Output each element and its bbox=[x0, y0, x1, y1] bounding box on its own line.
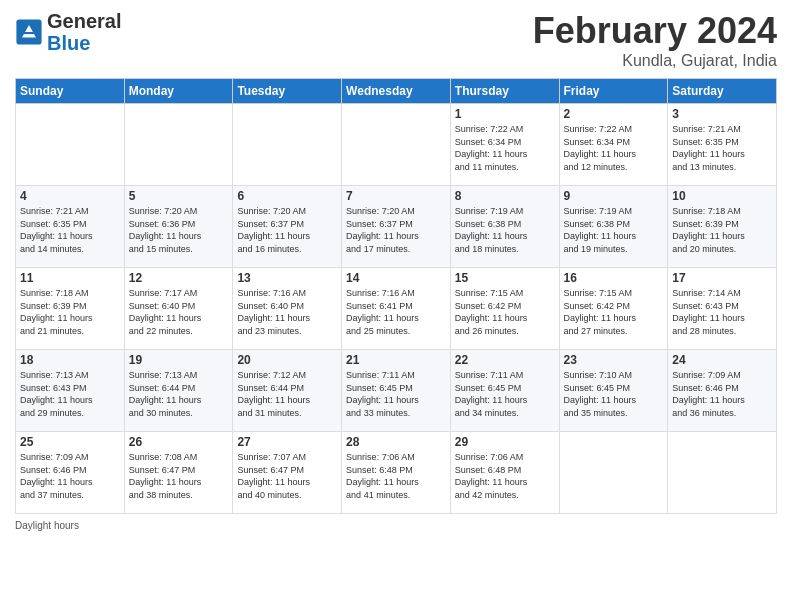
calendar-cell: 13Sunrise: 7:16 AM Sunset: 6:40 PM Dayli… bbox=[233, 268, 342, 350]
day-number: 10 bbox=[672, 189, 772, 203]
day-info: Sunrise: 7:09 AM Sunset: 6:46 PM Dayligh… bbox=[672, 369, 772, 419]
weekday-header-sunday: Sunday bbox=[16, 79, 125, 104]
day-info: Sunrise: 7:09 AM Sunset: 6:46 PM Dayligh… bbox=[20, 451, 120, 501]
calendar-cell: 3Sunrise: 7:21 AM Sunset: 6:35 PM Daylig… bbox=[668, 104, 777, 186]
day-info: Sunrise: 7:15 AM Sunset: 6:42 PM Dayligh… bbox=[564, 287, 664, 337]
calendar-cell: 11Sunrise: 7:18 AM Sunset: 6:39 PM Dayli… bbox=[16, 268, 125, 350]
calendar-cell: 14Sunrise: 7:16 AM Sunset: 6:41 PM Dayli… bbox=[342, 268, 451, 350]
day-info: Sunrise: 7:12 AM Sunset: 6:44 PM Dayligh… bbox=[237, 369, 337, 419]
weekday-header-row: SundayMondayTuesdayWednesdayThursdayFrid… bbox=[16, 79, 777, 104]
calendar-cell: 16Sunrise: 7:15 AM Sunset: 6:42 PM Dayli… bbox=[559, 268, 668, 350]
day-number: 4 bbox=[20, 189, 120, 203]
day-number: 29 bbox=[455, 435, 555, 449]
day-number: 27 bbox=[237, 435, 337, 449]
day-number: 3 bbox=[672, 107, 772, 121]
day-number: 9 bbox=[564, 189, 664, 203]
day-number: 8 bbox=[455, 189, 555, 203]
day-info: Sunrise: 7:20 AM Sunset: 6:37 PM Dayligh… bbox=[346, 205, 446, 255]
weekday-header-tuesday: Tuesday bbox=[233, 79, 342, 104]
calendar-cell: 20Sunrise: 7:12 AM Sunset: 6:44 PM Dayli… bbox=[233, 350, 342, 432]
day-info: Sunrise: 7:22 AM Sunset: 6:34 PM Dayligh… bbox=[564, 123, 664, 173]
calendar-week-row: 25Sunrise: 7:09 AM Sunset: 6:46 PM Dayli… bbox=[16, 432, 777, 514]
day-number: 15 bbox=[455, 271, 555, 285]
calendar-week-row: 4Sunrise: 7:21 AM Sunset: 6:35 PM Daylig… bbox=[16, 186, 777, 268]
day-info: Sunrise: 7:07 AM Sunset: 6:47 PM Dayligh… bbox=[237, 451, 337, 501]
calendar-cell: 23Sunrise: 7:10 AM Sunset: 6:45 PM Dayli… bbox=[559, 350, 668, 432]
calendar-cell: 29Sunrise: 7:06 AM Sunset: 6:48 PM Dayli… bbox=[450, 432, 559, 514]
day-number: 11 bbox=[20, 271, 120, 285]
logo: General Blue bbox=[15, 10, 121, 54]
day-number: 23 bbox=[564, 353, 664, 367]
day-number: 12 bbox=[129, 271, 229, 285]
calendar-cell: 5Sunrise: 7:20 AM Sunset: 6:36 PM Daylig… bbox=[124, 186, 233, 268]
location: Kundla, Gujarat, India bbox=[533, 52, 777, 70]
day-number: 26 bbox=[129, 435, 229, 449]
day-number: 5 bbox=[129, 189, 229, 203]
calendar-cell: 25Sunrise: 7:09 AM Sunset: 6:46 PM Dayli… bbox=[16, 432, 125, 514]
calendar-cell: 15Sunrise: 7:15 AM Sunset: 6:42 PM Dayli… bbox=[450, 268, 559, 350]
calendar-cell: 9Sunrise: 7:19 AM Sunset: 6:38 PM Daylig… bbox=[559, 186, 668, 268]
day-number: 13 bbox=[237, 271, 337, 285]
weekday-header-friday: Friday bbox=[559, 79, 668, 104]
day-info: Sunrise: 7:06 AM Sunset: 6:48 PM Dayligh… bbox=[455, 451, 555, 501]
calendar-cell: 19Sunrise: 7:13 AM Sunset: 6:44 PM Dayli… bbox=[124, 350, 233, 432]
day-info: Sunrise: 7:11 AM Sunset: 6:45 PM Dayligh… bbox=[346, 369, 446, 419]
calendar-cell: 10Sunrise: 7:18 AM Sunset: 6:39 PM Dayli… bbox=[668, 186, 777, 268]
day-number: 22 bbox=[455, 353, 555, 367]
calendar-cell: 18Sunrise: 7:13 AM Sunset: 6:43 PM Dayli… bbox=[16, 350, 125, 432]
day-info: Sunrise: 7:19 AM Sunset: 6:38 PM Dayligh… bbox=[455, 205, 555, 255]
calendar-cell: 26Sunrise: 7:08 AM Sunset: 6:47 PM Dayli… bbox=[124, 432, 233, 514]
day-number: 21 bbox=[346, 353, 446, 367]
day-number: 2 bbox=[564, 107, 664, 121]
day-number: 18 bbox=[20, 353, 120, 367]
day-info: Sunrise: 7:16 AM Sunset: 6:41 PM Dayligh… bbox=[346, 287, 446, 337]
calendar-cell: 28Sunrise: 7:06 AM Sunset: 6:48 PM Dayli… bbox=[342, 432, 451, 514]
day-info: Sunrise: 7:13 AM Sunset: 6:44 PM Dayligh… bbox=[129, 369, 229, 419]
calendar-cell: 27Sunrise: 7:07 AM Sunset: 6:47 PM Dayli… bbox=[233, 432, 342, 514]
day-number: 14 bbox=[346, 271, 446, 285]
calendar-cell: 22Sunrise: 7:11 AM Sunset: 6:45 PM Dayli… bbox=[450, 350, 559, 432]
calendar-cell: 4Sunrise: 7:21 AM Sunset: 6:35 PM Daylig… bbox=[16, 186, 125, 268]
calendar-cell: 8Sunrise: 7:19 AM Sunset: 6:38 PM Daylig… bbox=[450, 186, 559, 268]
calendar-cell bbox=[559, 432, 668, 514]
day-info: Sunrise: 7:15 AM Sunset: 6:42 PM Dayligh… bbox=[455, 287, 555, 337]
day-info: Sunrise: 7:14 AM Sunset: 6:43 PM Dayligh… bbox=[672, 287, 772, 337]
day-number: 19 bbox=[129, 353, 229, 367]
day-number: 17 bbox=[672, 271, 772, 285]
day-info: Sunrise: 7:13 AM Sunset: 6:43 PM Dayligh… bbox=[20, 369, 120, 419]
day-number: 16 bbox=[564, 271, 664, 285]
daylight-label: Daylight hours bbox=[15, 520, 79, 531]
calendar-cell bbox=[233, 104, 342, 186]
day-number: 7 bbox=[346, 189, 446, 203]
day-number: 6 bbox=[237, 189, 337, 203]
calendar-week-row: 11Sunrise: 7:18 AM Sunset: 6:39 PM Dayli… bbox=[16, 268, 777, 350]
weekday-header-wednesday: Wednesday bbox=[342, 79, 451, 104]
day-number: 20 bbox=[237, 353, 337, 367]
day-number: 1 bbox=[455, 107, 555, 121]
month-title: February 2024 bbox=[533, 10, 777, 52]
day-info: Sunrise: 7:21 AM Sunset: 6:35 PM Dayligh… bbox=[20, 205, 120, 255]
calendar-cell: 24Sunrise: 7:09 AM Sunset: 6:46 PM Dayli… bbox=[668, 350, 777, 432]
calendar-table: SundayMondayTuesdayWednesdayThursdayFrid… bbox=[15, 78, 777, 514]
day-info: Sunrise: 7:18 AM Sunset: 6:39 PM Dayligh… bbox=[672, 205, 772, 255]
day-info: Sunrise: 7:20 AM Sunset: 6:37 PM Dayligh… bbox=[237, 205, 337, 255]
calendar-cell bbox=[342, 104, 451, 186]
day-info: Sunrise: 7:17 AM Sunset: 6:40 PM Dayligh… bbox=[129, 287, 229, 337]
weekday-header-monday: Monday bbox=[124, 79, 233, 104]
calendar-week-row: 1Sunrise: 7:22 AM Sunset: 6:34 PM Daylig… bbox=[16, 104, 777, 186]
day-info: Sunrise: 7:08 AM Sunset: 6:47 PM Dayligh… bbox=[129, 451, 229, 501]
logo-blue: Blue bbox=[47, 32, 121, 54]
calendar-cell: 7Sunrise: 7:20 AM Sunset: 6:37 PM Daylig… bbox=[342, 186, 451, 268]
day-number: 25 bbox=[20, 435, 120, 449]
calendar-cell: 6Sunrise: 7:20 AM Sunset: 6:37 PM Daylig… bbox=[233, 186, 342, 268]
calendar-container: General Blue February 2024 Kundla, Gujar… bbox=[0, 0, 792, 541]
calendar-cell: 1Sunrise: 7:22 AM Sunset: 6:34 PM Daylig… bbox=[450, 104, 559, 186]
day-info: Sunrise: 7:19 AM Sunset: 6:38 PM Dayligh… bbox=[564, 205, 664, 255]
day-number: 28 bbox=[346, 435, 446, 449]
calendar-cell bbox=[668, 432, 777, 514]
calendar-cell: 21Sunrise: 7:11 AM Sunset: 6:45 PM Dayli… bbox=[342, 350, 451, 432]
calendar-cell: 2Sunrise: 7:22 AM Sunset: 6:34 PM Daylig… bbox=[559, 104, 668, 186]
day-info: Sunrise: 7:21 AM Sunset: 6:35 PM Dayligh… bbox=[672, 123, 772, 173]
weekday-header-thursday: Thursday bbox=[450, 79, 559, 104]
weekday-header-saturday: Saturday bbox=[668, 79, 777, 104]
